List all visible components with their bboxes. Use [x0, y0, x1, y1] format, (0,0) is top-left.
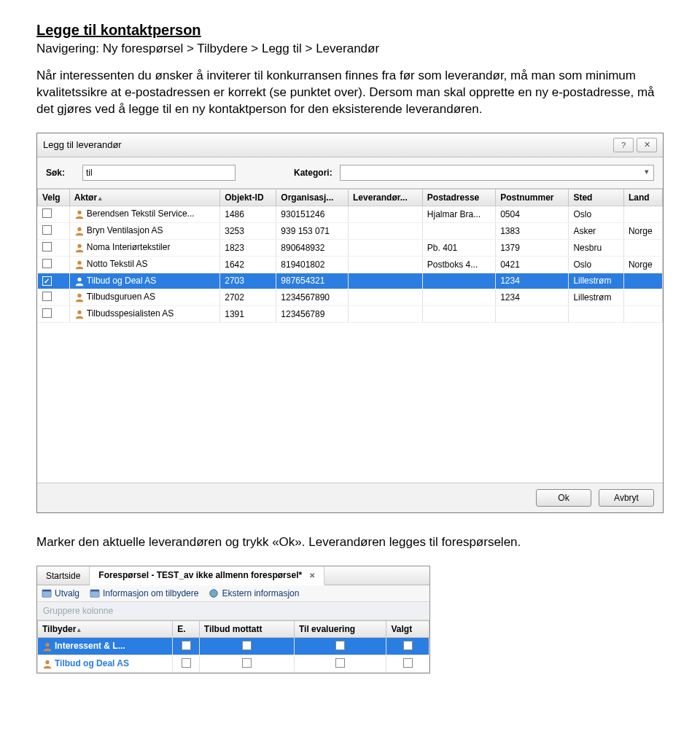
category-select[interactable] — [340, 165, 654, 181]
close-icon[interactable]: ✕ — [309, 571, 315, 580]
column-header[interactable]: Postnummer — [496, 189, 569, 206]
person-icon — [74, 276, 85, 286]
aktor-cell: Tilbudsspesialisten AS — [87, 308, 174, 319]
column-header[interactable]: Organisasj... — [276, 189, 349, 206]
column-header[interactable]: E. — [173, 621, 199, 638]
search-input[interactable] — [82, 165, 236, 181]
table-row[interactable]: Tilbudsspesialisten AS1391123456789 — [38, 305, 663, 322]
ok-button[interactable]: Ok — [536, 489, 591, 507]
bidder-grid: TilbyderE.Tilbud mottattTil evalueringVa… — [37, 620, 429, 673]
module-icon — [42, 588, 52, 598]
person-icon — [42, 659, 52, 669]
column-header[interactable]: Til evaluering — [294, 621, 386, 638]
category-label: Kategori: — [294, 168, 332, 178]
person-icon — [74, 292, 85, 303]
table-row[interactable]: Notto Tekstil AS1642819401802Postboks 4.… — [38, 256, 663, 273]
toolbar-item[interactable]: Informasjon om tilbydere — [90, 588, 198, 598]
aktor-cell: Berendsen Tekstil Service... — [87, 208, 195, 219]
table-row[interactable]: Berendsen Tekstil Service...148693015124… — [38, 206, 663, 222]
table-row[interactable]: Tilbudsguruen AS270212345678901234Lilles… — [38, 289, 663, 305]
aktor-cell: Bryn Ventilasjon AS — [87, 225, 163, 235]
checkbox[interactable] — [403, 641, 413, 650]
checkbox[interactable] — [403, 658, 413, 668]
select-checkbox[interactable] — [42, 276, 52, 286]
cancel-button[interactable]: Avbryt — [599, 489, 654, 507]
tab[interactable]: Forespørsel - TEST_av ikke allmenn fores… — [90, 566, 324, 585]
aktor-cell: Notto Tekstil AS — [87, 259, 148, 269]
dialog-footer: Ok Avbryt — [37, 483, 663, 512]
person-icon — [74, 309, 85, 319]
checkbox[interactable] — [242, 641, 252, 650]
column-header[interactable]: Aktør — [69, 189, 220, 206]
close-button[interactable]: ✕ — [637, 138, 657, 152]
search-label: Søk: — [46, 168, 75, 178]
supplier-grid: VelgAktørObjekt-IDOrganisasj...Leverandø… — [37, 189, 663, 483]
select-checkbox[interactable] — [42, 225, 52, 235]
svg-point-12 — [45, 643, 49, 647]
svg-rect-10 — [90, 590, 99, 592]
person-icon — [74, 226, 85, 236]
svg-point-0 — [77, 211, 81, 214]
toolbar-item[interactable]: Utvalg — [42, 588, 79, 598]
select-checkbox[interactable] — [42, 308, 52, 318]
select-checkbox[interactable] — [42, 292, 52, 301]
svg-point-3 — [77, 261, 81, 265]
aktor-cell: Tilbudsguruen AS — [87, 292, 155, 302]
body-paragraph: Når interessenten du ønsker å inviterer … — [36, 68, 664, 118]
tab[interactable]: Startside — [37, 566, 90, 585]
sub-strip: UtvalgInformasjon om tilbydereEkstern in… — [37, 585, 429, 602]
svg-rect-8 — [42, 590, 51, 592]
column-header[interactable]: Valgt — [386, 621, 429, 638]
person-icon — [42, 641, 52, 652]
checkbox[interactable] — [242, 658, 252, 668]
column-header[interactable]: Tilbud mottatt — [199, 621, 294, 638]
person-icon — [74, 260, 85, 270]
tab-strip: StartsideForespørsel - TEST_av ikke allm… — [37, 566, 429, 585]
column-header[interactable]: Land — [623, 189, 662, 206]
between-paragraph: Marker den aktuelle leverandøren og tryk… — [36, 535, 664, 550]
table-row[interactable]: Noma Interiørtekstiler1823890648932Pb. 4… — [38, 239, 663, 256]
person-icon — [74, 209, 85, 219]
checkbox[interactable] — [182, 641, 191, 650]
svg-point-2 — [77, 244, 81, 248]
table-row[interactable]: Tilbud og Deal AS — [38, 655, 429, 673]
request-panel: StartsideForespørsel - TEST_av ikke allm… — [36, 566, 430, 674]
svg-point-5 — [77, 294, 81, 297]
table-row[interactable]: Bryn Ventilasjon AS3253939 153 0711383As… — [38, 222, 663, 239]
svg-rect-7 — [42, 591, 51, 598]
column-header[interactable]: Tilbyder — [38, 621, 173, 638]
group-placeholder[interactable]: Gruppere kolonne — [37, 602, 429, 620]
help-button[interactable]: ? — [613, 138, 634, 152]
aktor-cell: Tilbud og Deal AS — [87, 276, 157, 286]
globe-icon — [209, 588, 219, 598]
column-header[interactable]: Leverandør... — [349, 189, 423, 206]
column-header[interactable]: Objekt-ID — [220, 189, 276, 206]
select-checkbox[interactable] — [42, 208, 52, 218]
person-icon — [74, 243, 85, 253]
dialog-title: Legg til leverandør — [43, 139, 122, 150]
aktor-cell: Noma Interiørtekstiler — [87, 242, 171, 252]
column-header[interactable]: Velg — [38, 189, 70, 206]
dialog-titlebar: Legg til leverandør ? ✕ — [37, 133, 663, 157]
svg-point-6 — [77, 311, 81, 314]
column-header[interactable]: Sted — [569, 189, 623, 206]
module-icon — [90, 588, 100, 598]
select-checkbox[interactable] — [42, 242, 52, 251]
search-row: Søk: Kategori: — [37, 157, 663, 189]
checkbox[interactable] — [335, 641, 345, 650]
toolbar-item[interactable]: Ekstern informasjon — [209, 588, 299, 598]
svg-point-4 — [77, 277, 81, 281]
column-header[interactable]: Postadresse — [422, 189, 495, 206]
table-row[interactable]: Interessent & L... — [38, 638, 429, 655]
add-supplier-dialog: Legg til leverandør ? ✕ Søk: Kategori: V… — [36, 133, 664, 514]
svg-point-13 — [45, 660, 49, 664]
select-checkbox[interactable] — [42, 259, 52, 268]
svg-rect-9 — [90, 591, 99, 598]
breadcrumb: Navigering: Ny forespørsel > Tilbydere >… — [36, 42, 664, 56]
svg-point-1 — [77, 227, 81, 231]
page-heading: Legge til kontaktperson — [36, 22, 664, 39]
checkbox[interactable] — [335, 658, 345, 668]
checkbox[interactable] — [182, 658, 191, 668]
table-row[interactable]: Tilbud og Deal AS27039876543211234Lilles… — [38, 273, 663, 289]
